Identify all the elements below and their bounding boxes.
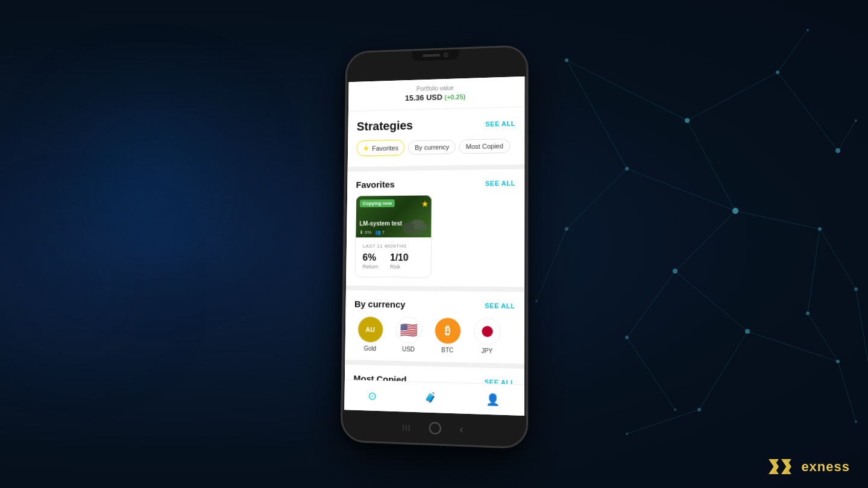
- bottom-navigation: ⊙ 🧳 👤: [344, 380, 524, 416]
- svg-line-15: [808, 313, 838, 361]
- btc-label: BTC: [441, 346, 453, 354]
- svg-point-36: [807, 29, 809, 31]
- usd-label: USD: [402, 346, 415, 353]
- favorites-see-all[interactable]: SEE ALL: [485, 179, 515, 187]
- strategy-card-lm[interactable]: Copying now ★ LM-system test ⬇ 0%: [355, 195, 432, 278]
- card-star-icon: ★: [421, 199, 429, 208]
- svg-point-39: [625, 336, 629, 339]
- currency-item-usd[interactable]: 🇺🇸 USD: [392, 316, 425, 352]
- svg-point-28: [818, 227, 822, 231]
- svg-point-35: [565, 227, 568, 231]
- svg-line-19: [536, 229, 567, 301]
- svg-point-24: [685, 118, 690, 123]
- nav-portfolio[interactable]: 🧳: [425, 392, 437, 404]
- phone-screen: Portfolio value 15.36 USD (+0.25) Strate…: [344, 77, 524, 416]
- exness-logo: exness: [766, 456, 850, 477]
- phone-device: Portfolio value 15.36 USD (+0.25) Strate…: [341, 45, 529, 449]
- nav-account[interactable]: 👤: [486, 392, 500, 406]
- svg-line-17: [627, 337, 675, 410]
- svg-point-34: [625, 167, 629, 170]
- svg-line-12: [778, 30, 808, 72]
- currency-item-jpy[interactable]: JPY: [470, 318, 504, 354]
- copying-badge: Copying now: [360, 199, 395, 207]
- svg-line-10: [567, 60, 627, 169]
- perf-period: LAST 11 MONTHS: [363, 243, 424, 249]
- currency-title: By currency: [354, 299, 406, 310]
- gold-icon: AU: [357, 316, 383, 343]
- tab-favorites-label: Favorites: [372, 144, 398, 152]
- risk-value: 1/10: [390, 252, 409, 263]
- jpy-icon: [474, 318, 501, 345]
- performance-section: LAST 11 MONTHS 6% Return 1/10 Risk: [356, 237, 432, 277]
- phone-home-btn[interactable]: [429, 422, 441, 434]
- return-value: 6%: [362, 252, 378, 263]
- svg-point-32: [836, 360, 840, 363]
- svg-point-40: [674, 408, 676, 411]
- svg-line-8: [747, 331, 838, 361]
- phone-menu-btn[interactable]: |||: [403, 424, 412, 431]
- exness-brand-icon: [766, 456, 796, 477]
- tab-by-currency-label: By currency: [415, 143, 449, 151]
- phone-bottom-bar: ||| ‹: [342, 410, 526, 447]
- card-image: Copying now ★ LM-system test ⬇ 0%: [356, 195, 432, 237]
- phone-notch: [412, 49, 459, 61]
- tab-favorites[interactable]: ★ Favorites: [356, 140, 404, 157]
- svg-point-25: [776, 70, 779, 74]
- svg-point-33: [697, 408, 701, 411]
- currency-header: By currency SEE ALL: [354, 299, 515, 311]
- card-stat-1: ⬇ 0%: [359, 230, 371, 235]
- card-stats-bar: ⬇ 0% 👥 7: [359, 230, 385, 235]
- favorites-section: Favorites SEE ALL: [355, 169, 515, 278]
- svg-line-1: [687, 72, 778, 120]
- currency-section: By currency SEE ALL AU Gold: [354, 290, 515, 357]
- portfolio-change: (+0.25): [444, 93, 465, 101]
- svg-point-37: [855, 119, 857, 122]
- currency-see-all[interactable]: SEE ALL: [485, 302, 515, 310]
- usd-icon: 🇺🇸: [395, 317, 422, 344]
- phone-speaker: [423, 54, 440, 57]
- svg-line-11: [627, 169, 735, 211]
- favorites-header: Favorites SEE ALL: [356, 178, 515, 190]
- currency-item-gold[interactable]: AU Gold: [354, 316, 386, 352]
- return-item: 6% Return: [362, 252, 378, 270]
- svg-line-14: [808, 229, 820, 313]
- phone-camera: [444, 52, 448, 57]
- tab-by-currency[interactable]: By currency: [408, 139, 456, 154]
- phone-back-btn[interactable]: ‹: [459, 422, 463, 436]
- currency-item-btc[interactable]: ₿ BTC: [431, 317, 464, 354]
- card-title: LM-system test: [359, 220, 402, 227]
- svg-line-2: [778, 72, 838, 151]
- svg-point-38: [806, 311, 810, 315]
- svg-point-41: [535, 300, 538, 302]
- tab-most-copied-label: Most Copied: [466, 142, 503, 150]
- strategies-header: Strategies SEE ALL: [357, 116, 515, 134]
- svg-line-20: [627, 410, 699, 434]
- screen-content: Portfolio value 15.36 USD (+0.25) Strate…: [344, 77, 524, 416]
- nav-strategies[interactable]: ⊙: [368, 389, 377, 403]
- strategies-see-all[interactable]: SEE ALL: [485, 119, 515, 127]
- svg-line-7: [675, 271, 747, 331]
- svg-line-6: [675, 211, 735, 271]
- svg-point-43: [855, 421, 857, 423]
- account-nav-icon: 👤: [486, 392, 500, 406]
- tab-most-copied[interactable]: Most Copied: [459, 139, 510, 154]
- svg-line-16: [627, 271, 675, 337]
- portfolio-nav-icon: 🧳: [425, 392, 437, 404]
- perf-row: 6% Return 1/10 Risk: [362, 252, 424, 270]
- star-icon: ★: [363, 144, 370, 153]
- portfolio-header: Portfolio value 15.36 USD (+0.25): [348, 77, 524, 111]
- risk-label: Risk: [390, 264, 409, 270]
- svg-point-29: [854, 287, 858, 291]
- phone-top-bar: [347, 46, 527, 82]
- svg-point-26: [835, 148, 840, 153]
- svg-line-3: [687, 120, 735, 211]
- return-label: Return: [362, 264, 378, 270]
- svg-line-22: [856, 289, 868, 361]
- svg-line-18: [567, 169, 627, 229]
- strategies-nav-icon: ⊙: [368, 389, 377, 403]
- svg-point-42: [626, 433, 628, 435]
- svg-line-9: [699, 331, 747, 410]
- jpy-label: JPY: [482, 348, 493, 355]
- svg-point-31: [745, 329, 750, 334]
- risk-item: 1/10 Risk: [390, 252, 409, 270]
